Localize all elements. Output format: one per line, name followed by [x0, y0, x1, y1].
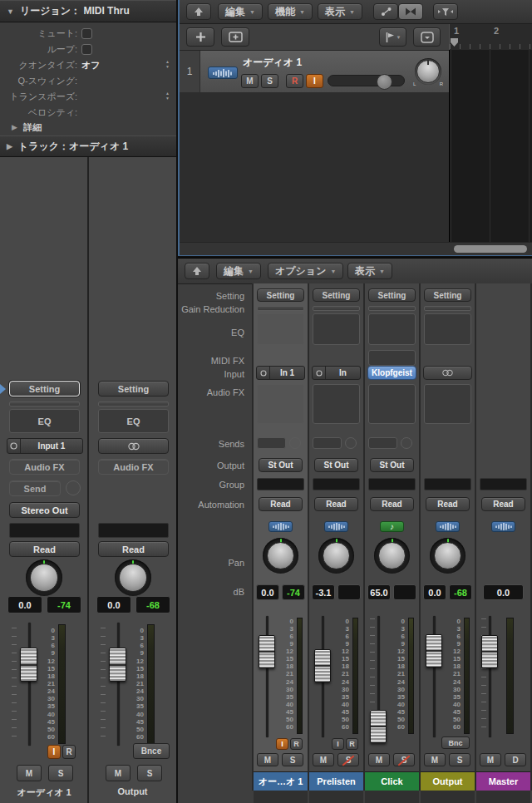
ch4-pan-knob[interactable]	[430, 538, 466, 574]
region-inspector-header[interactable]: ▼ リージョン： MIDI Thru	[0, 0, 176, 22]
timeline-grid[interactable]	[449, 50, 532, 242]
track-input-monitor-button[interactable]: I	[306, 74, 323, 88]
bar-ruler[interactable]: 1 2	[449, 24, 532, 51]
ch3-setting-button[interactable]: Setting	[368, 288, 416, 302]
transpose-stepper[interactable]: ▲▼	[165, 91, 170, 101]
ch1-eq-slot[interactable]	[257, 313, 304, 345]
ch3-mute-button[interactable]: M	[368, 753, 390, 766]
ch3-instrument-button[interactable]: Klopfgeist	[367, 366, 416, 380]
ch3-audio-fx-slot[interactable]	[368, 384, 416, 424]
strip-a-group-slot[interactable]	[9, 523, 80, 538]
ch1-record-button[interactable]: R	[290, 738, 303, 750]
track-row-audio1[interactable]: 1 オーディオ 1 M S R I L R	[180, 51, 449, 93]
panel-divider[interactable]	[176, 0, 178, 803]
ch3-eq-slot[interactable]	[368, 313, 416, 345]
ch5-dim-button[interactable]: D	[505, 753, 526, 766]
flag-menu-button[interactable]: ▼	[379, 27, 406, 47]
ch3-output-button[interactable]: St Out	[370, 458, 414, 472]
strip-a-output-button[interactable]: Stereo Out	[9, 502, 80, 518]
ch3-pan-knob[interactable]	[374, 538, 410, 574]
ch3-fader-cap[interactable]	[370, 710, 387, 743]
ch3-send-slot[interactable]	[368, 437, 397, 449]
ch5-volume-value[interactable]: 0.0	[483, 584, 524, 600]
track-name[interactable]: オーディオ 1	[243, 56, 302, 70]
ch1-volume-value[interactable]: 0.0	[256, 584, 279, 600]
ch4-bounce-button[interactable]: Bnc	[441, 736, 470, 749]
strip-a-record-button[interactable]: R	[62, 745, 76, 759]
ch3-peak-value[interactable]	[393, 584, 416, 600]
strip-a-fader-track[interactable]	[28, 623, 31, 746]
ch4-peak-value[interactable]: -68	[449, 584, 472, 600]
quantize-stepper[interactable]: ▲▼	[165, 60, 170, 69]
strip-b-automation-button[interactable]: Read	[98, 541, 169, 557]
track-inspector-header[interactable]: ▶ トラック：オーディオ 1	[0, 135, 176, 157]
ch5-fader-track[interactable]	[489, 616, 491, 737]
strip-b-volume-value[interactable]: 0.0	[96, 596, 131, 613]
ch5-fader-cap[interactable]	[481, 635, 498, 668]
flex-button[interactable]	[398, 3, 423, 20]
ch5-automation-button[interactable]: Read	[481, 497, 525, 511]
ch2-input-monitor-button[interactable]: I	[332, 738, 344, 750]
ch5-mute-button[interactable]: M	[480, 753, 501, 766]
ch5-group-slot[interactable]	[480, 478, 527, 490]
strip-a-audio-fx-slot[interactable]: Audio FX	[9, 459, 80, 475]
strip-a-input-button[interactable]: Input 1	[7, 438, 83, 454]
ch4-automation-button[interactable]: Read	[426, 497, 470, 511]
strip-b-name[interactable]: Output	[89, 786, 176, 796]
mixer-edit-menu[interactable]: 編集▼	[216, 263, 261, 279]
ch2-setting-button[interactable]: Setting	[313, 288, 360, 302]
ch3-automation-button[interactable]: Read	[370, 497, 414, 511]
strip-a-automation-button[interactable]: Read	[9, 541, 80, 557]
strip-a-volume-value[interactable]: 0.0	[7, 596, 42, 613]
ch2-pan-knob[interactable]	[318, 538, 354, 574]
mixer-options-menu[interactable]: オプション▼	[268, 263, 343, 279]
track-record-button[interactable]: R	[286, 74, 303, 88]
ch2-waveform-icon[interactable]	[324, 521, 348, 532]
ch3-volume-value[interactable]: 65.0	[367, 584, 391, 600]
ch1-name-tab[interactable]: オー…オ 1	[254, 771, 308, 791]
mixer-view-menu[interactable]: 表示▼	[347, 263, 392, 279]
ch4-waveform-icon[interactable]	[436, 521, 460, 532]
ch3-send-knob[interactable]	[401, 437, 412, 449]
strip-b-mute-button[interactable]: M	[106, 765, 131, 781]
ch2-peak-value[interactable]	[337, 584, 361, 600]
ch1-audio-fx-slot[interactable]	[257, 384, 304, 424]
track-solo-button[interactable]: S	[261, 74, 278, 88]
ch5-name-tab[interactable]: Master	[476, 771, 530, 791]
ch3-group-slot[interactable]	[368, 478, 416, 490]
strip-a-pan-knob[interactable]	[26, 559, 62, 596]
strip-b-eq-slot[interactable]: EQ	[98, 409, 169, 433]
track-icon-waveform[interactable]	[208, 67, 238, 79]
strip-a-send-slot[interactable]: Send	[9, 480, 61, 496]
strip-b-group-slot[interactable]	[98, 523, 169, 538]
ch1-input-button[interactable]: In 1	[256, 366, 305, 380]
ch3-midi-fx-slot[interactable]	[368, 350, 416, 366]
ch2-send-knob[interactable]	[345, 437, 357, 449]
track-lanes-empty[interactable]	[180, 92, 449, 242]
ch4-mute-button[interactable]: M	[424, 753, 446, 766]
ch1-mute-button[interactable]: M	[257, 753, 278, 766]
tracks-functions-menu[interactable]: 機能▼	[268, 3, 313, 20]
ch1-fader-cap[interactable]	[259, 635, 275, 668]
strip-b-solo-button[interactable]: S	[137, 765, 162, 781]
ch4-input-button[interactable]	[423, 366, 472, 380]
mixer-back-button[interactable]	[185, 263, 209, 279]
window-divider[interactable]	[178, 256, 532, 258]
strip-b-setting-button[interactable]: Setting	[98, 381, 169, 397]
strip-b-bounce-button[interactable]: Bnce	[133, 743, 170, 759]
ch1-peak-value[interactable]: -74	[282, 584, 305, 600]
scrollbar-track[interactable]	[180, 242, 532, 255]
ch4-eq-slot[interactable]	[424, 313, 471, 345]
back-up-button[interactable]	[186, 3, 211, 20]
ch2-record-button[interactable]: R	[346, 738, 358, 750]
strip-a-name[interactable]: オーディオ 1	[0, 786, 88, 799]
strip-a-mute-button[interactable]: M	[17, 765, 42, 781]
track-volume-slider[interactable]	[328, 75, 405, 86]
ch2-eq-slot[interactable]	[313, 313, 360, 345]
ch1-output-button[interactable]: St Out	[259, 458, 303, 472]
strip-a-peak-value[interactable]: -74	[47, 596, 81, 613]
ch3-solo-safe-button[interactable]: S	[393, 753, 415, 766]
ch3-name-tab[interactable]: Click	[365, 771, 419, 791]
ch1-setting-button[interactable]: Setting	[257, 288, 304, 302]
ch5-waveform-icon[interactable]	[491, 521, 515, 532]
